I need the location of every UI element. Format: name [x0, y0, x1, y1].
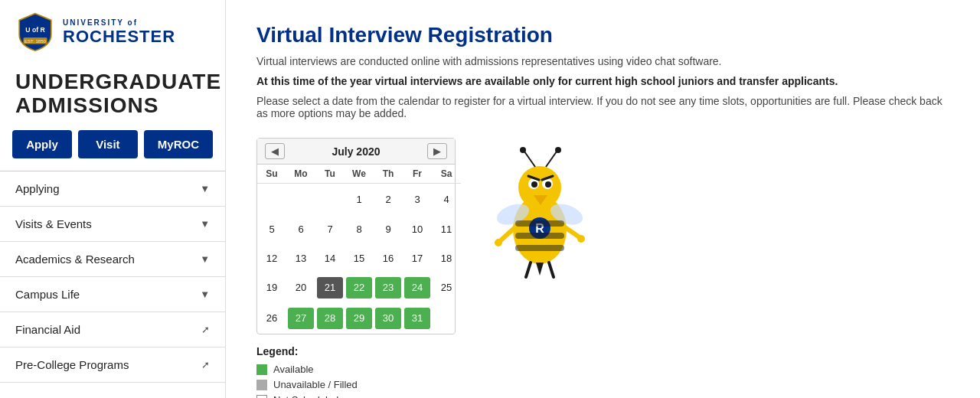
visit-button[interactable]: Visit: [78, 130, 138, 158]
sidebar-item-pre-college[interactable]: Pre-College Programs ➚: [0, 347, 225, 383]
cal-day-empty: [315, 184, 345, 216]
bold-notice-text: At this time of the year virtual intervi…: [256, 75, 949, 87]
cal-day-11[interactable]: 11: [432, 215, 461, 244]
cal-day-12[interactable]: 12: [257, 244, 286, 273]
calendar: ◀ July 2020 ▶ Su Mo Tu We Th Fr Sa: [256, 138, 456, 334]
legend: Legend: Available Unavailable / Filled N…: [256, 345, 456, 398]
cal-day-20[interactable]: 20: [286, 273, 315, 302]
legend-item-unavailable: Unavailable / Filled: [256, 379, 456, 390]
sidebar-item-applying[interactable]: Applying ▼: [0, 171, 225, 207]
cal-day-14[interactable]: 14: [315, 244, 345, 273]
academics-research-label: Academics & Research: [15, 253, 135, 266]
legend-color-available: [256, 364, 267, 375]
weekday-sa: Sa: [432, 165, 461, 184]
university-shield-icon: U of R EST. 1850: [15, 12, 55, 52]
subtitle-text: Virtual interviews are conducted online …: [256, 55, 949, 67]
calendar-section: ◀ July 2020 ▶ Su Mo Tu We Th Fr Sa: [256, 138, 949, 398]
calendar-row: 5 6 7 8 9 10 11: [257, 215, 461, 244]
weekday-fr: Fr: [403, 165, 432, 184]
cal-day-23[interactable]: 23: [374, 273, 403, 302]
cal-day-26[interactable]: 26: [257, 302, 286, 334]
cal-day-25[interactable]: 25: [432, 273, 461, 302]
cal-day-7[interactable]: 7: [315, 215, 345, 244]
cal-day-30[interactable]: 30: [374, 302, 403, 334]
legend-color-unavailable: [256, 380, 267, 390]
svg-line-11: [524, 152, 535, 167]
cal-day-4[interactable]: 4: [432, 184, 461, 216]
svg-point-12: [520, 147, 526, 153]
myroc-button[interactable]: MyROC: [144, 130, 213, 158]
cal-day-28[interactable]: 28: [315, 302, 345, 334]
cal-day-5[interactable]: 5: [257, 215, 286, 244]
legend-color-not-scheduled: [256, 395, 267, 399]
cal-day-24[interactable]: 24: [403, 273, 432, 302]
calendar-next-button[interactable]: ▶: [427, 143, 447, 159]
weekday-su: Su: [257, 165, 286, 184]
sidebar-item-academics-research[interactable]: Academics & Research ▼: [0, 242, 225, 277]
sidebar-item-visits-events[interactable]: Visits & Events ▼: [0, 207, 225, 242]
cal-day-31[interactable]: 31: [403, 302, 432, 334]
cal-day-22[interactable]: 22: [345, 273, 374, 302]
svg-point-7: [531, 181, 537, 188]
weekday-mo: Mo: [286, 165, 315, 184]
cal-day-17[interactable]: 17: [403, 244, 432, 273]
svg-rect-29: [515, 245, 564, 251]
cal-day-8[interactable]: 8: [345, 215, 374, 244]
calendar-month-year: July 2020: [332, 145, 380, 158]
apply-button[interactable]: Apply: [12, 130, 72, 158]
svg-line-25: [549, 263, 554, 277]
cal-day-empty: [257, 184, 286, 216]
calendar-grid: Su Mo Tu We Th Fr Sa: [257, 165, 461, 334]
cal-day-15[interactable]: 15: [345, 244, 374, 273]
cal-day-27[interactable]: 27: [286, 302, 315, 334]
calendar-row: 26 27 28 29 30 31: [257, 302, 461, 334]
svg-point-8: [545, 181, 551, 188]
svg-rect-27: [515, 220, 564, 227]
cal-day-6[interactable]: 6: [286, 215, 315, 244]
sidebar-buttons: Apply Visit MyROC: [0, 130, 225, 171]
calendar-prev-button[interactable]: ◀: [265, 143, 285, 159]
applying-label: Applying: [15, 182, 60, 195]
chevron-down-icon: ▼: [200, 218, 210, 230]
svg-line-24: [526, 263, 531, 277]
cal-day-13[interactable]: 13: [286, 244, 315, 273]
sidebar-item-campus-life[interactable]: Campus Life ▼: [0, 277, 225, 312]
calendar-row: 19 20 21 22 23 24 25: [257, 273, 461, 302]
cal-day-empty: [286, 184, 315, 216]
sidebar-title-line2: ADMISSIONS: [15, 93, 158, 117]
chevron-down-icon: ▼: [200, 183, 210, 194]
description-text: Please select a date from the calendar t…: [256, 95, 946, 119]
cal-day-10[interactable]: 10: [403, 215, 432, 244]
svg-marker-26: [536, 263, 544, 276]
cal-day-1[interactable]: 1: [345, 184, 374, 216]
svg-line-13: [546, 152, 557, 167]
logo-text-block: UNIVERSITY of ROCHESTER: [63, 18, 175, 47]
cal-day-3[interactable]: 3: [403, 184, 432, 216]
weekday-tu: Tu: [315, 165, 345, 184]
calendar-row: 1 2 3 4: [257, 184, 461, 216]
mascot-container: R: [479, 138, 601, 286]
svg-rect-28: [515, 233, 564, 239]
calendar-row: 12 13 14 15 16 17 18: [257, 244, 461, 273]
financial-aid-label: Financial Aid: [15, 323, 80, 336]
page-title: Virtual Interview Registration: [256, 23, 949, 47]
calendar-body: 1 2 3 4 5 6 7 8 9 10: [257, 184, 461, 334]
cal-day-21-today[interactable]: 21: [315, 273, 345, 302]
sidebar-nav: Applying ▼ Visits & Events ▼ Academics &…: [0, 171, 225, 383]
cal-day-2[interactable]: 2: [374, 184, 403, 216]
visits-events-label: Visits & Events: [15, 217, 92, 230]
cal-day-19[interactable]: 19: [257, 273, 286, 302]
svg-point-14: [555, 147, 561, 153]
cal-day-16[interactable]: 16: [374, 244, 403, 273]
cal-day-9[interactable]: 9: [374, 215, 403, 244]
cal-day-18[interactable]: 18: [432, 244, 461, 273]
main-content: Virtual Interview Registration Virtual i…: [226, 0, 980, 398]
sidebar-item-financial-aid[interactable]: Financial Aid ➚: [0, 312, 225, 347]
weekday-we: We: [345, 165, 374, 184]
cal-day-empty: [432, 302, 461, 334]
sidebar-title: UNDERGRADUATE ADMISSIONS: [0, 64, 225, 130]
chevron-down-icon: ▼: [200, 289, 210, 300]
pre-college-label: Pre-College Programs: [15, 358, 129, 371]
legend-label-available: Available: [273, 364, 314, 375]
cal-day-29[interactable]: 29: [345, 302, 374, 334]
